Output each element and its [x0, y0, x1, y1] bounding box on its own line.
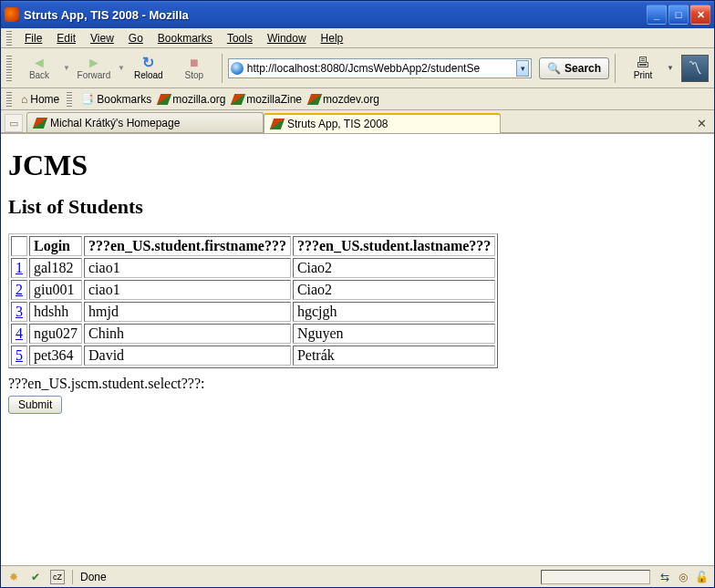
print-icon: 🖶	[636, 56, 650, 70]
dropdown-icon[interactable]: ▼	[667, 64, 674, 72]
menu-go[interactable]: Go	[123, 30, 149, 46]
globe-icon	[231, 62, 244, 75]
url-dropdown-button[interactable]: ▾	[516, 60, 529, 77]
cell-first: ciao1	[84, 258, 291, 278]
dropdown-icon[interactable]: ▼	[118, 64, 125, 72]
statusbar-separator	[72, 570, 73, 584]
toolbar-separator	[615, 54, 616, 83]
cell-login: giu001	[29, 280, 82, 300]
mozilla-icon	[307, 94, 322, 105]
table-row: 5 pet364 David Petrák	[11, 346, 495, 366]
menu-edit[interactable]: Edit	[51, 30, 81, 46]
toolbar-separator	[222, 54, 223, 83]
forward-label: Forward	[78, 70, 111, 80]
checkmark-icon[interactable]: ✔	[28, 570, 43, 584]
search-button[interactable]: 🔍 Search	[539, 57, 609, 79]
menu-window[interactable]: Window	[262, 30, 312, 46]
tab-label: Struts App, TIS 2008	[287, 118, 389, 130]
back-arrow-icon: ◄	[32, 56, 47, 70]
students-table: Login ???en_US.student.firstname??? ???e…	[8, 233, 498, 368]
bookmark-label: mozillaZine	[246, 93, 302, 106]
table-row: 2 giu001 ciao1 Ciao2	[11, 280, 495, 300]
reload-icon: ↻	[142, 56, 154, 70]
menu-file[interactable]: File	[19, 30, 47, 46]
tab-strip: ▭ Michal Krátký's Homepage Struts App, T…	[1, 110, 714, 134]
table-row: 1 gal182 ciao1 Ciao2	[11, 258, 495, 278]
cell-first: hmjd	[84, 302, 291, 322]
cell-first: ciao1	[84, 280, 291, 300]
address-bar[interactable]: ▾	[228, 58, 532, 78]
bookmarks-folder[interactable]: 📑 Bookmarks	[81, 93, 151, 106]
row-link[interactable]: 1	[16, 260, 23, 275]
stop-label: Stop	[185, 70, 204, 80]
star-icon[interactable]: ✸	[6, 570, 21, 584]
tab-struts-app[interactable]: Struts App, TIS 2008	[264, 113, 501, 133]
tab-homepage[interactable]: Michal Krátký's Homepage	[26, 112, 264, 132]
cz-badge-icon[interactable]: cZ	[50, 570, 65, 584]
bookmark-mozilla-org[interactable]: mozilla.org	[159, 93, 225, 106]
security-lock-icon[interactable]: 🔓	[694, 570, 709, 584]
cell-last: Ciao2	[293, 280, 495, 300]
mozilla-icon	[33, 118, 47, 129]
bookmark-folder-icon: 📑	[81, 93, 94, 105]
page-subheading: List of Students	[8, 195, 707, 219]
page-content: JCMS List of Students Login ???en_US.stu…	[1, 134, 714, 571]
menu-view[interactable]: View	[85, 30, 119, 46]
bookmark-mozdev[interactable]: mozdev.org	[309, 93, 379, 106]
stop-button[interactable]: ■ Stop	[172, 50, 216, 87]
window-title: Struts App, TIS 2008 - Mozilla	[24, 8, 647, 22]
navigation-toolbar: ◄ Back ▼ ► Forward ▼ ↻ Reload ■ Stop ▾ 🔍…	[1, 48, 714, 88]
submit-button[interactable]: Submit	[8, 396, 62, 414]
mozilla-icon	[270, 119, 285, 129]
print-label: Print	[634, 70, 653, 80]
toolbar-grip-icon	[67, 92, 72, 107]
cell-login: hdshh	[29, 302, 82, 322]
tab-label: Michal Krátký's Homepage	[50, 117, 180, 129]
new-tab-button[interactable]: ▭	[5, 114, 23, 132]
status-text: Done	[80, 571, 107, 583]
cookie-icon[interactable]: ◎	[676, 570, 690, 584]
table-header-row: Login ???en_US.student.firstname??? ???e…	[11, 236, 495, 256]
toolbar-grip-icon	[6, 56, 12, 81]
col-login: Login	[29, 236, 82, 256]
activity-throbber-icon: 〽	[681, 55, 709, 82]
cell-first: Chinh	[84, 324, 291, 344]
close-tab-button[interactable]: ✕	[692, 114, 710, 132]
window-close-button[interactable]: ✕	[690, 5, 710, 25]
row-link[interactable]: 2	[16, 282, 23, 297]
stop-icon: ■	[190, 56, 199, 70]
bookmarks-toolbar: ⌂ Home 📑 Bookmarks mozilla.org mozillaZi…	[1, 88, 714, 110]
table-row: 3 hdshh hmjd hgcjgh	[11, 302, 495, 322]
menu-tools[interactable]: Tools	[222, 30, 258, 46]
row-link[interactable]: 4	[16, 325, 23, 341]
menu-help[interactable]: Help	[316, 30, 349, 46]
status-bar: ✸ ✔ cZ Done ⇆ ◎ 🔓	[1, 565, 714, 587]
cell-login: ngu027	[29, 324, 82, 344]
toolbar-grip-icon	[6, 31, 12, 46]
cell-first: David	[84, 346, 291, 366]
back-label: Back	[29, 70, 49, 80]
col-firstname: ???en_US.student.firstname???	[84, 236, 291, 256]
cell-last: Ciao2	[293, 258, 495, 278]
dropdown-icon[interactable]: ▼	[63, 64, 70, 72]
window-maximize-button[interactable]: □	[668, 5, 689, 25]
bookmark-mozillazine[interactable]: mozillaZine	[233, 93, 302, 106]
forward-button[interactable]: ► Forward	[72, 50, 116, 87]
cell-last: Nguyen	[293, 324, 495, 344]
toolbar-grip-icon	[6, 92, 12, 107]
forward-arrow-icon: ►	[87, 56, 101, 70]
progress-well	[541, 570, 650, 584]
row-link[interactable]: 5	[16, 347, 23, 363]
row-link[interactable]: 3	[16, 304, 23, 319]
home-bookmark[interactable]: ⌂ Home	[21, 93, 59, 106]
page-heading: JCMS	[8, 149, 707, 182]
print-button[interactable]: 🖶 Print	[621, 50, 665, 87]
window-minimize-button[interactable]: _	[647, 5, 667, 25]
reload-button[interactable]: ↻ Reload	[127, 50, 171, 87]
cell-login: pet364	[29, 346, 82, 366]
menu-bookmarks[interactable]: Bookmarks	[152, 30, 218, 46]
back-button[interactable]: ◄ Back	[17, 50, 61, 87]
url-input[interactable]	[247, 60, 513, 77]
bookmark-label: mozdev.org	[323, 93, 379, 106]
online-icon[interactable]: ⇆	[658, 570, 672, 584]
